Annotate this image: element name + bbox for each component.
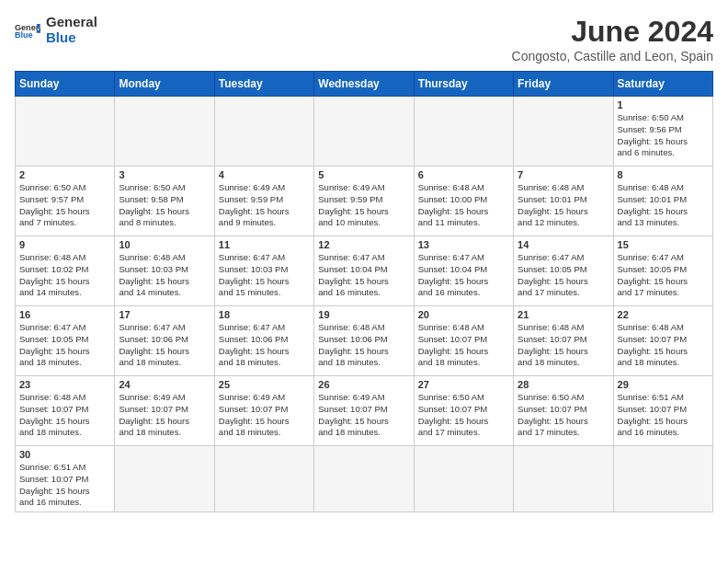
day-number: 19 — [318, 309, 409, 320]
day-number: 29 — [618, 379, 709, 390]
calendar-cell: 4Sunrise: 6:49 AM Sunset: 9:59 PM Daylig… — [214, 167, 313, 236]
day-info: Sunrise: 6:48 AM Sunset: 10:00 PM Daylig… — [418, 182, 509, 229]
day-number: 9 — [19, 239, 110, 250]
calendar-cell: 8Sunrise: 6:48 AM Sunset: 10:01 PM Dayli… — [613, 167, 712, 236]
calendar-cell: 20Sunrise: 6:48 AM Sunset: 10:07 PM Dayl… — [414, 306, 513, 376]
day-number: 11 — [219, 239, 310, 250]
day-info: Sunrise: 6:47 AM Sunset: 10:04 PM Daylig… — [318, 252, 409, 299]
day-info: Sunrise: 6:48 AM Sunset: 10:01 PM Daylig… — [518, 182, 609, 229]
logo-general-text: General — [46, 15, 97, 30]
calendar-cell: 13Sunrise: 6:47 AM Sunset: 10:04 PM Dayl… — [414, 236, 513, 306]
logo: General Blue General Blue — [15, 15, 97, 45]
day-number: 8 — [618, 169, 709, 180]
svg-rect-3 — [37, 30, 40, 33]
day-info: Sunrise: 6:50 AM Sunset: 9:57 PM Dayligh… — [19, 182, 110, 229]
logo-icon: General Blue — [15, 21, 40, 40]
day-info: Sunrise: 6:47 AM Sunset: 10:05 PM Daylig… — [518, 252, 609, 299]
day-number: 26 — [318, 379, 409, 390]
calendar-week-2: 9Sunrise: 6:48 AM Sunset: 10:02 PM Dayli… — [16, 236, 713, 306]
weekday-header-monday: Monday — [115, 72, 214, 97]
calendar-table: SundayMondayTuesdayWednesdayThursdayFrid… — [15, 71, 713, 512]
calendar-cell: 23Sunrise: 6:48 AM Sunset: 10:07 PM Dayl… — [16, 376, 115, 446]
day-number: 20 — [418, 309, 509, 320]
calendar-cell: 7Sunrise: 6:48 AM Sunset: 10:01 PM Dayli… — [514, 167, 613, 236]
calendar-cell: 29Sunrise: 6:51 AM Sunset: 10:07 PM Dayl… — [613, 376, 712, 446]
day-info: Sunrise: 6:51 AM Sunset: 10:07 PM Daylig… — [19, 462, 110, 509]
day-info: Sunrise: 6:48 AM Sunset: 10:07 PM Daylig… — [518, 322, 609, 369]
calendar-cell — [214, 97, 313, 167]
weekday-header-saturday: Saturday — [613, 72, 712, 97]
calendar-cell: 19Sunrise: 6:48 AM Sunset: 10:06 PM Dayl… — [314, 306, 414, 376]
calendar-cell: 27Sunrise: 6:50 AM Sunset: 10:07 PM Dayl… — [414, 376, 513, 446]
day-info: Sunrise: 6:47 AM Sunset: 10:05 PM Daylig… — [19, 322, 110, 369]
day-info: Sunrise: 6:50 AM Sunset: 10:07 PM Daylig… — [518, 392, 609, 439]
calendar-week-4: 23Sunrise: 6:48 AM Sunset: 10:07 PM Dayl… — [16, 376, 713, 446]
day-number: 14 — [518, 239, 609, 250]
day-number: 27 — [418, 379, 509, 390]
day-number: 24 — [119, 379, 210, 390]
calendar-cell: 15Sunrise: 6:47 AM Sunset: 10:05 PM Dayl… — [613, 236, 712, 306]
calendar-cell: 21Sunrise: 6:48 AM Sunset: 10:07 PM Dayl… — [514, 306, 613, 376]
calendar-cell: 12Sunrise: 6:47 AM Sunset: 10:04 PM Dayl… — [314, 236, 414, 306]
day-number: 18 — [219, 309, 310, 320]
day-info: Sunrise: 6:50 AM Sunset: 9:56 PM Dayligh… — [618, 112, 709, 159]
weekday-header-tuesday: Tuesday — [214, 72, 313, 97]
day-number: 13 — [418, 239, 509, 250]
day-number: 16 — [19, 309, 110, 320]
day-number: 15 — [618, 239, 709, 250]
calendar-cell: 3Sunrise: 6:50 AM Sunset: 9:58 PM Daylig… — [115, 167, 214, 236]
weekday-header-thursday: Thursday — [414, 72, 513, 97]
calendar-cell: 9Sunrise: 6:48 AM Sunset: 10:02 PM Dayli… — [16, 236, 115, 306]
calendar-cell: 1Sunrise: 6:50 AM Sunset: 9:56 PM Daylig… — [613, 97, 712, 167]
day-info: Sunrise: 6:47 AM Sunset: 10:03 PM Daylig… — [219, 252, 310, 299]
title-block: June 2024 Congosto, Castille and Leon, S… — [512, 15, 713, 63]
calendar-cell: 26Sunrise: 6:49 AM Sunset: 10:07 PM Dayl… — [314, 376, 414, 446]
calendar-cell — [115, 97, 214, 167]
day-info: Sunrise: 6:48 AM Sunset: 10:01 PM Daylig… — [618, 182, 709, 229]
day-info: Sunrise: 6:49 AM Sunset: 9:59 PM Dayligh… — [318, 182, 409, 229]
calendar-week-5: 30Sunrise: 6:51 AM Sunset: 10:07 PM Dayl… — [16, 446, 713, 512]
calendar-cell: 22Sunrise: 6:48 AM Sunset: 10:07 PM Dayl… — [613, 306, 712, 376]
calendar-cell: 24Sunrise: 6:49 AM Sunset: 10:07 PM Dayl… — [115, 376, 214, 446]
day-number: 28 — [518, 379, 609, 390]
day-number: 4 — [219, 169, 310, 180]
weekday-header-friday: Friday — [514, 72, 613, 97]
day-info: Sunrise: 6:47 AM Sunset: 10:05 PM Daylig… — [618, 252, 709, 299]
day-info: Sunrise: 6:48 AM Sunset: 10:07 PM Daylig… — [418, 322, 509, 369]
calendar-week-3: 16Sunrise: 6:47 AM Sunset: 10:05 PM Dayl… — [16, 306, 713, 376]
day-info: Sunrise: 6:47 AM Sunset: 10:06 PM Daylig… — [119, 322, 210, 369]
calendar-cell: 16Sunrise: 6:47 AM Sunset: 10:05 PM Dayl… — [16, 306, 115, 376]
calendar-cell — [214, 446, 313, 512]
weekday-header-row: SundayMondayTuesdayWednesdayThursdayFrid… — [16, 72, 713, 97]
day-number: 6 — [418, 169, 509, 180]
day-number: 3 — [119, 169, 210, 180]
day-number: 2 — [19, 169, 110, 180]
weekday-header-sunday: Sunday — [16, 72, 115, 97]
calendar-cell — [16, 97, 115, 167]
day-info: Sunrise: 6:49 AM Sunset: 10:07 PM Daylig… — [318, 392, 409, 439]
day-info: Sunrise: 6:50 AM Sunset: 9:58 PM Dayligh… — [119, 182, 210, 229]
location-subtitle: Congosto, Castille and Leon, Spain — [512, 49, 713, 63]
calendar-cell — [613, 446, 712, 512]
calendar-cell: 14Sunrise: 6:47 AM Sunset: 10:05 PM Dayl… — [514, 236, 613, 306]
day-number: 17 — [119, 309, 210, 320]
calendar-cell: 2Sunrise: 6:50 AM Sunset: 9:57 PM Daylig… — [16, 167, 115, 236]
day-number: 1 — [618, 99, 709, 110]
calendar-cell — [314, 446, 414, 512]
day-info: Sunrise: 6:47 AM Sunset: 10:06 PM Daylig… — [219, 322, 310, 369]
calendar-cell: 30Sunrise: 6:51 AM Sunset: 10:07 PM Dayl… — [16, 446, 115, 512]
calendar-cell — [314, 97, 414, 167]
day-number: 10 — [119, 239, 210, 250]
day-info: Sunrise: 6:50 AM Sunset: 10:07 PM Daylig… — [418, 392, 509, 439]
day-number: 30 — [19, 449, 110, 460]
day-info: Sunrise: 6:48 AM Sunset: 10:02 PM Daylig… — [19, 252, 110, 299]
calendar-cell — [514, 446, 613, 512]
svg-text:Blue: Blue — [15, 30, 33, 40]
calendar-cell — [514, 97, 613, 167]
calendar-week-1: 2Sunrise: 6:50 AM Sunset: 9:57 PM Daylig… — [16, 167, 713, 236]
day-number: 21 — [518, 309, 609, 320]
calendar-week-0: 1Sunrise: 6:50 AM Sunset: 9:56 PM Daylig… — [16, 97, 713, 167]
day-info: Sunrise: 6:48 AM Sunset: 10:06 PM Daylig… — [318, 322, 409, 369]
day-number: 23 — [19, 379, 110, 390]
day-number: 5 — [318, 169, 409, 180]
